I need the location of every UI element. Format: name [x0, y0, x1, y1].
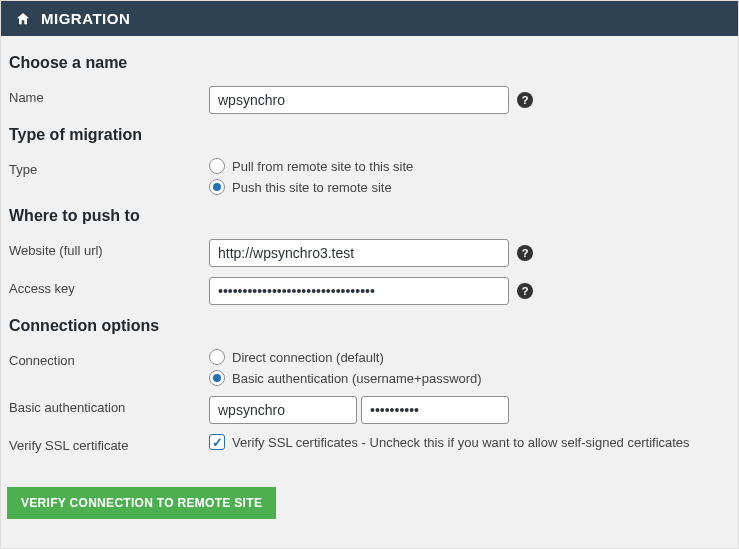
section-heading-where: Where to push to — [9, 207, 730, 225]
page-title: MIGRATION — [41, 10, 130, 27]
radio-icon — [209, 158, 225, 174]
page-header: MIGRATION — [1, 1, 738, 36]
label-type: Type — [9, 158, 209, 177]
content-area: Choose a name Name ? Type of migration T… — [1, 36, 738, 471]
radio-icon — [209, 179, 225, 195]
radio-basic[interactable]: Basic authentication (username+password) — [209, 370, 482, 386]
radio-direct[interactable]: Direct connection (default) — [209, 349, 482, 365]
label-ssl: Verify SSL certificate — [9, 434, 209, 453]
section-heading-type: Type of migration — [9, 126, 730, 144]
name-input[interactable] — [209, 86, 509, 114]
home-icon — [15, 11, 31, 27]
basic-pass-input[interactable] — [361, 396, 509, 424]
radio-direct-label: Direct connection (default) — [232, 350, 384, 365]
help-icon[interactable]: ? — [517, 245, 533, 261]
label-basicauth: Basic authentication — [9, 396, 209, 415]
basic-user-input[interactable] — [209, 396, 357, 424]
label-accesskey: Access key — [9, 277, 209, 296]
radio-push[interactable]: Push this site to remote site — [209, 179, 413, 195]
section-heading-name: Choose a name — [9, 54, 730, 72]
checkbox-icon — [209, 434, 225, 450]
ssl-checkbox[interactable]: Verify SSL certificates - Uncheck this i… — [209, 434, 690, 450]
label-name: Name — [9, 86, 209, 105]
ssl-check-label: Verify SSL certificates - Uncheck this i… — [232, 435, 690, 450]
radio-icon — [209, 370, 225, 386]
radio-basic-label: Basic authentication (username+password) — [232, 371, 482, 386]
accesskey-input[interactable] — [209, 277, 509, 305]
label-website: Website (full url) — [9, 239, 209, 258]
website-input[interactable] — [209, 239, 509, 267]
radio-pull-label: Pull from remote site to this site — [232, 159, 413, 174]
section-heading-conn: Connection options — [9, 317, 730, 335]
help-icon[interactable]: ? — [517, 92, 533, 108]
verify-button[interactable]: VERIFY CONNECTION TO REMOTE SITE — [7, 487, 276, 519]
label-connection: Connection — [9, 349, 209, 368]
help-icon[interactable]: ? — [517, 283, 533, 299]
radio-pull[interactable]: Pull from remote site to this site — [209, 158, 413, 174]
radio-push-label: Push this site to remote site — [232, 180, 392, 195]
radio-icon — [209, 349, 225, 365]
